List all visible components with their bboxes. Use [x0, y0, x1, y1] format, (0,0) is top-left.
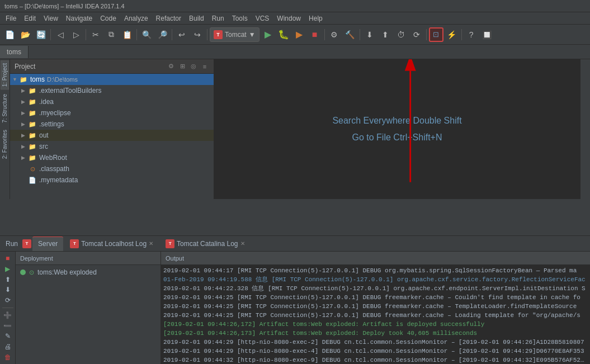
redo-btn[interactable]: ↪ [190, 27, 205, 42]
coverage-tool-btn[interactable]: ⊡ [429, 27, 443, 42]
project-settings-btn[interactable]: ⚙ [167, 62, 176, 71]
deploy-status-icon: ⊙ [29, 269, 34, 276]
out-folder-icon: 📁 [28, 131, 37, 140]
gradle-btn[interactable]: ⚙ [327, 27, 342, 42]
server-tab[interactable]: Server [32, 237, 63, 251]
reload-btn[interactable]: ⟳ [2, 296, 14, 305]
vcs-update-btn[interactable]: ⬇ [362, 27, 377, 42]
tree-item[interactable]: ▶ 📁 WebRoot [10, 152, 214, 163]
menu-file[interactable]: File [2, 13, 20, 23]
search-hint: Search Everywhere Double Shift [332, 116, 461, 126]
stop-btn[interactable]: ■ [308, 27, 322, 42]
output-line: 2019-02-01 09:44:25 [RMI TCP Connection(… [163, 293, 588, 302]
stop-server-btn[interactable]: ■ [2, 254, 14, 263]
deployment-item-label: toms:Web exploded [37, 268, 97, 276]
vcs-history-btn[interactable]: ⏱ [394, 27, 408, 42]
menu-refactor[interactable]: Refactor [153, 13, 185, 23]
menu-view[interactable]: View [40, 13, 62, 23]
deployment-header: Deployment [16, 252, 161, 265]
output-line: 2019-02-01 09:44:32 [http-nio-8080-exec-… [163, 356, 588, 364]
deployment-panel: Deployment ⊙ toms:Web exploded [16, 252, 161, 364]
remove-btn[interactable]: 🗑 [2, 353, 14, 362]
replace-btn[interactable]: 🔎 [155, 27, 169, 42]
menu-window[interactable]: Window [273, 13, 304, 23]
menu-build[interactable]: Build [186, 13, 207, 23]
output-line: 2019-02-01 09:44:29 [http-nio-8080-exec-… [163, 338, 588, 347]
localhost-log-close-btn[interactable]: ✕ [149, 240, 153, 247]
separator [2, 308, 13, 308]
menu-help[interactable]: Help [305, 13, 326, 23]
main-area: 1: Project 7: Structure 2: Favorites Pro… [0, 59, 590, 199]
menu-code[interactable]: Code [97, 13, 120, 23]
deployment-item[interactable]: ⊙ toms:Web exploded [16, 265, 161, 280]
output-header: Output [161, 252, 590, 265]
output-header-label: Output [166, 255, 184, 262]
tree-item[interactable]: ▶ 📁 out [10, 130, 214, 141]
cut-btn[interactable]: ✂ [88, 27, 103, 42]
tasks-btn[interactable]: 🔲 [480, 27, 494, 42]
right-side-panel [580, 59, 590, 199]
toms-tab[interactable]: toms [0, 46, 29, 58]
profiler-btn[interactable]: ⚡ [445, 27, 459, 42]
add-artifact-btn[interactable]: ➕ [2, 311, 14, 320]
vcs-push-btn[interactable]: ⬆ [378, 27, 393, 42]
tree-item[interactable]: ▶ 📁 .myeclipse [10, 107, 214, 119]
sep3 [136, 29, 137, 40]
src-folder-icon: 📁 [28, 142, 37, 151]
help-btn[interactable]: ? [464, 27, 479, 42]
item-label: src [39, 143, 48, 150]
metadata-file-icon: 📄 [28, 176, 37, 185]
new-file-btn[interactable]: 📄 [2, 27, 17, 42]
find-btn[interactable]: 🔍 [139, 27, 154, 42]
sep9 [461, 29, 462, 40]
remove-artifact-btn[interactable]: ➖ [2, 322, 14, 330]
menu-run[interactable]: Run [209, 13, 228, 23]
project-options-btn[interactable]: ≡ [200, 62, 209, 71]
back-btn[interactable]: ◁ [53, 27, 68, 42]
output-lines: 2019-02-01 09:44:17 [RMI TCP Connection(… [161, 265, 590, 364]
menu-vcs[interactable]: VCS [252, 13, 273, 23]
forward-btn[interactable]: ▷ [69, 27, 83, 42]
undeploy-btn[interactable]: ⬇ [2, 285, 14, 294]
run-coverage-btn[interactable]: ▶ [292, 27, 306, 42]
folder-icon: 📁 [28, 153, 37, 162]
run-config-selector[interactable]: T Tomcat ▼ [210, 27, 259, 42]
project-scroll-btn[interactable]: ◎ [189, 62, 198, 71]
run-btn[interactable]: ▶ [261, 27, 275, 42]
output-line: 2019-02-01 09:44:29 [http-nio-8080-exec-… [163, 347, 588, 356]
root-path: D:\De\toms [47, 76, 78, 83]
debug-btn[interactable]: 🐛 [276, 27, 291, 42]
favorites-side-label[interactable]: 2: Favorites [1, 127, 8, 161]
restart-server-btn[interactable]: ▶ [2, 264, 14, 273]
sync-btn[interactable]: 🔄 [34, 27, 48, 42]
catalina-log-tab[interactable]: T Tomcat Catalina Log ✕ [160, 237, 250, 251]
project-side-label[interactable]: 1: Project [1, 60, 9, 89]
copy-btn[interactable]: ⧉ [104, 27, 119, 42]
localhost-log-tab[interactable]: T Tomcat Localhost Log ✕ [64, 237, 159, 251]
menu-tools[interactable]: Tools [229, 13, 251, 23]
item-label: .classpath [39, 165, 69, 173]
tree-root[interactable]: ▼ 📁 toms D:\De\toms [10, 74, 214, 85]
deployment-header-label: Deployment [20, 255, 53, 262]
tree-item[interactable]: ▶ 📄 .mymetadata [10, 174, 214, 186]
tree-item[interactable]: ▶ 📁 .idea [10, 96, 214, 107]
edit-config-btn[interactable]: ✎ [2, 332, 14, 341]
print-btn[interactable]: 🖨 [2, 342, 14, 351]
project-collapse-btn[interactable]: ⊞ [178, 62, 187, 71]
open-btn[interactable]: 📂 [18, 27, 32, 42]
structure-side-label[interactable]: 7: Structure [1, 92, 8, 125]
paste-btn[interactable]: 📋 [120, 27, 134, 42]
tree-item[interactable]: ▶ 📁 src [10, 141, 214, 152]
tree-item[interactable]: ▶ 📁 .externalToolBuilders [10, 85, 214, 96]
vcs-revert-btn[interactable]: ⟳ [409, 27, 424, 42]
catalina-log-close-btn[interactable]: ✕ [240, 240, 245, 247]
menu-navigate[interactable]: Navigate [63, 13, 96, 23]
build-btn[interactable]: 🔨 [343, 27, 357, 42]
project-tab-bar: toms [0, 45, 590, 59]
menu-analyze[interactable]: Analyze [121, 13, 152, 23]
tree-item[interactable]: ▶ ⊙ .classpath [10, 163, 214, 174]
menu-edit[interactable]: Edit [21, 13, 39, 23]
undo-btn[interactable]: ↩ [174, 27, 189, 42]
deploy-btn[interactable]: ⬆ [2, 275, 14, 284]
tree-item[interactable]: ▶ 📁 .settings [10, 119, 214, 130]
